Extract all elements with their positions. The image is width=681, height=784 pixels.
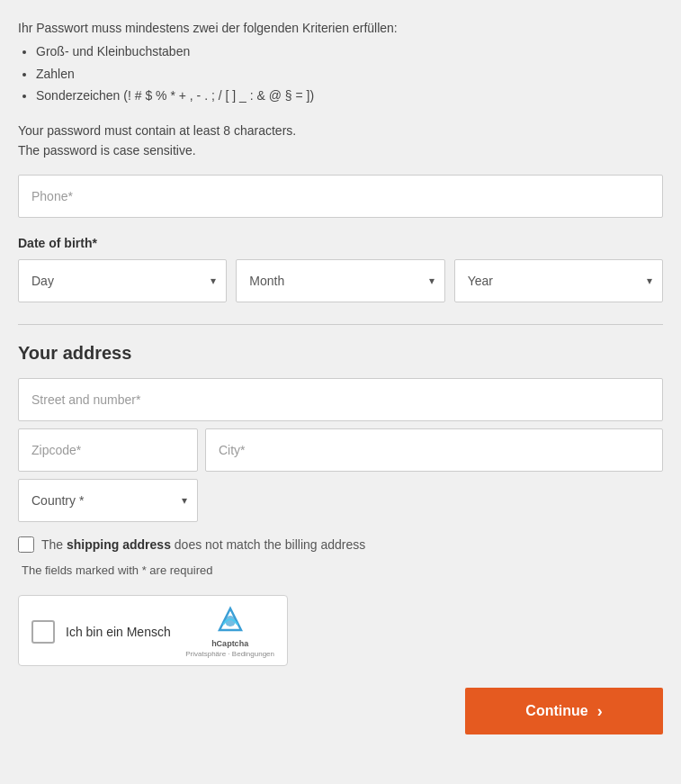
address-section-title: Your address (18, 343, 663, 364)
day-select-wrapper: Day 12345 678910 1112131415 1617181920 2… (18, 259, 227, 302)
requirements-intro: Ihr Passwort muss mindestens zwei der fo… (18, 21, 398, 35)
captcha-right: hCaptcha Privatsphäre · Bedingungen (185, 605, 274, 658)
requirements-list: Groß- und Kleinbuchstaben Zahlen Sonderz… (36, 41, 663, 105)
phone-field-wrapper (18, 175, 663, 218)
zip-input-wrapper (18, 428, 198, 472)
requirement-item-2: Zahlen (36, 64, 663, 84)
month-select-wrapper: Month JanuaryFebruaryMarchApril MayJuneJ… (236, 259, 444, 302)
captcha-checkbox[interactable] (31, 620, 55, 644)
phone-input[interactable] (18, 175, 663, 218)
street-input[interactable] (18, 378, 663, 421)
dob-row: Day 12345 678910 1112131415 1617181920 2… (18, 259, 663, 302)
continue-label: Continue (525, 703, 587, 719)
hcaptcha-privacy-links: Privatsphäre · Bedingungen (185, 650, 274, 658)
shipping-label-bold: shipping address (67, 537, 171, 552)
year-select[interactable]: Year 2024201020001990 1980197019601950 (454, 259, 663, 302)
captcha-label: Ich bin ein Mensch (66, 625, 175, 639)
page-wrapper: Ihr Passwort muss mindestens zwei der fo… (0, 0, 681, 784)
hcaptcha-brand: hCaptcha (211, 639, 248, 648)
password-note: Your password must contain at least 8 ch… (18, 121, 663, 161)
day-select[interactable]: Day 12345 678910 1112131415 1617181920 2… (18, 259, 227, 302)
requirement-item-1: Groß- und Kleinbuchstaben (36, 41, 663, 61)
captcha-widget: Ich bin ein Mensch hCaptcha Privatsphäre… (18, 595, 288, 666)
requirement-item-3: Sonderzeichen (! # $ % * + , - . ; / [ ]… (36, 86, 663, 105)
street-input-wrapper (18, 378, 663, 421)
zipcode-input[interactable] (18, 428, 198, 472)
password-requirements: Ihr Passwort muss mindestens zwei der fo… (18, 18, 663, 106)
city-input-wrapper (205, 428, 663, 472)
month-select[interactable]: Month JanuaryFebruaryMarchApril MayJuneJ… (236, 259, 444, 302)
zip-city-row (18, 428, 663, 472)
country-select[interactable]: Country * Germany Austria Switzerland Un… (18, 479, 198, 522)
shipping-label-before: The (41, 537, 67, 552)
country-select-wrapper: Country * Germany Austria Switzerland Un… (18, 479, 198, 522)
continue-button[interactable]: Continue › (465, 688, 663, 734)
shipping-address-label: The shipping address does not match the … (41, 537, 365, 552)
dob-label: Date of birth* (18, 236, 663, 250)
required-note: The fields marked with * are required (18, 563, 663, 577)
shipping-address-row: The shipping address does not match the … (18, 536, 663, 553)
continue-arrow-icon: › (597, 702, 603, 721)
section-divider (18, 324, 663, 325)
hcaptcha-logo (214, 605, 246, 637)
continue-row: Continue › (18, 688, 663, 734)
shipping-address-checkbox[interactable] (18, 536, 34, 553)
address-section: Your address Country * Germany Austria S… (18, 343, 663, 536)
date-of-birth-section: Date of birth* Day 12345 678910 11121314… (18, 236, 663, 302)
password-note-line1: Your password must contain at least 8 ch… (18, 121, 663, 140)
city-input[interactable] (205, 428, 663, 472)
password-note-line2: The password is case sensitive. (18, 140, 663, 160)
year-select-wrapper: Year 2024201020001990 1980197019601950 ▾ (454, 259, 663, 302)
shipping-label-after: does not match the billing address (171, 537, 365, 552)
